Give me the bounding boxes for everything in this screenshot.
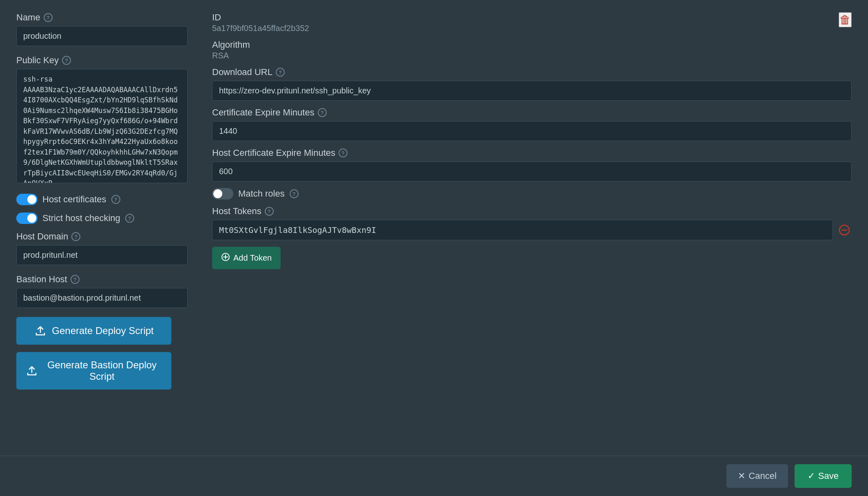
strict-host-checking-toggle[interactable] bbox=[16, 213, 38, 224]
host-tokens-section: Host Tokens ? bbox=[212, 206, 852, 269]
bastion-host-label: Bastion Host ? bbox=[16, 274, 188, 285]
cancel-button[interactable]: ✕ Cancel bbox=[726, 464, 788, 488]
cert-expire-input[interactable] bbox=[212, 121, 852, 141]
match-roles-help-icon[interactable]: ? bbox=[290, 189, 299, 198]
host-domain-label: Host Domain ? bbox=[16, 231, 188, 242]
name-label: Name ? bbox=[16, 12, 188, 23]
bastion-host-input[interactable] bbox=[16, 288, 188, 308]
public-key-help-icon[interactable]: ? bbox=[62, 56, 71, 65]
host-cert-expire-input[interactable] bbox=[212, 162, 852, 182]
right-panel: ID 5a17f9bf051a45ffacf2b352 🗑 Algorithm … bbox=[212, 12, 852, 443]
host-certificates-help-icon[interactable]: ? bbox=[111, 195, 120, 204]
match-roles-toggle[interactable] bbox=[212, 188, 233, 199]
left-panel: Name ? Public Key ? ssh-rsa AAAAB3NzaC1y… bbox=[16, 12, 188, 443]
bottom-bar: ✕ Cancel ✓ Save bbox=[0, 456, 868, 496]
strict-host-checking-label: Strict host checking bbox=[42, 213, 120, 224]
name-help-icon[interactable]: ? bbox=[44, 13, 53, 22]
generate-bastion-deploy-button[interactable]: Generate Bastion Deploy Script bbox=[16, 352, 171, 390]
strict-host-checking-help-icon[interactable]: ? bbox=[125, 214, 134, 223]
download-url-section: Download URL ? bbox=[212, 67, 852, 101]
match-roles-row: Match roles ? bbox=[212, 188, 852, 199]
save-button[interactable]: ✓ Save bbox=[795, 464, 852, 488]
generate-deploy-button[interactable]: Generate Deploy Script bbox=[16, 317, 171, 345]
download-url-help-icon[interactable]: ? bbox=[276, 68, 285, 77]
host-tokens-row bbox=[212, 220, 852, 240]
host-domain-help-icon[interactable]: ? bbox=[71, 232, 80, 241]
bastion-host-help-icon[interactable]: ? bbox=[71, 275, 80, 284]
delete-button[interactable]: 🗑 bbox=[839, 12, 852, 27]
generate-bastion-icon bbox=[26, 364, 38, 377]
match-roles-label: Match roles bbox=[238, 188, 285, 199]
host-certificates-toggle[interactable] bbox=[16, 194, 38, 205]
host-tokens-label: Host Tokens ? bbox=[212, 206, 852, 217]
algorithm-section: Algorithm RSA bbox=[212, 40, 852, 60]
download-url-input[interactable] bbox=[212, 81, 852, 101]
public-key-label: Public Key ? bbox=[16, 55, 188, 66]
host-cert-expire-help-icon[interactable]: ? bbox=[339, 148, 348, 157]
public-key-textarea[interactable]: ssh-rsa AAAAB3NzaC1yc2EAAAADAQABAAACAllD… bbox=[16, 69, 188, 183]
id-section: ID 5a17f9bf051a45ffacf2b352 🗑 bbox=[212, 12, 852, 33]
host-domain-input[interactable] bbox=[16, 245, 188, 265]
download-url-label: Download URL ? bbox=[212, 67, 852, 78]
token-input[interactable] bbox=[212, 220, 833, 240]
host-certificates-label: Host certificates bbox=[42, 194, 106, 205]
save-icon: ✓ bbox=[808, 471, 815, 481]
strict-host-checking-row: Strict host checking ? bbox=[16, 213, 188, 224]
remove-token-button[interactable] bbox=[837, 223, 852, 237]
host-cert-expire-section: Host Certificate Expire Minutes ? bbox=[212, 148, 852, 182]
algorithm-label: Algorithm bbox=[212, 40, 852, 50]
add-token-icon bbox=[221, 252, 230, 264]
cert-expire-label: Certificate Expire Minutes ? bbox=[212, 107, 852, 118]
generate-deploy-icon bbox=[34, 324, 47, 337]
id-label: ID bbox=[212, 12, 852, 23]
cancel-icon: ✕ bbox=[738, 471, 745, 481]
host-certificates-row: Host certificates ? bbox=[16, 194, 188, 205]
cert-expire-help-icon[interactable]: ? bbox=[318, 108, 327, 117]
add-token-button[interactable]: Add Token bbox=[212, 247, 281, 269]
id-value: 5a17f9bf051a45ffacf2b352 bbox=[212, 24, 852, 33]
name-input[interactable] bbox=[16, 26, 188, 46]
host-tokens-help-icon[interactable]: ? bbox=[265, 207, 274, 216]
host-cert-expire-label: Host Certificate Expire Minutes ? bbox=[212, 148, 852, 158]
cert-expire-section: Certificate Expire Minutes ? bbox=[212, 107, 852, 141]
algorithm-value: RSA bbox=[212, 51, 852, 60]
